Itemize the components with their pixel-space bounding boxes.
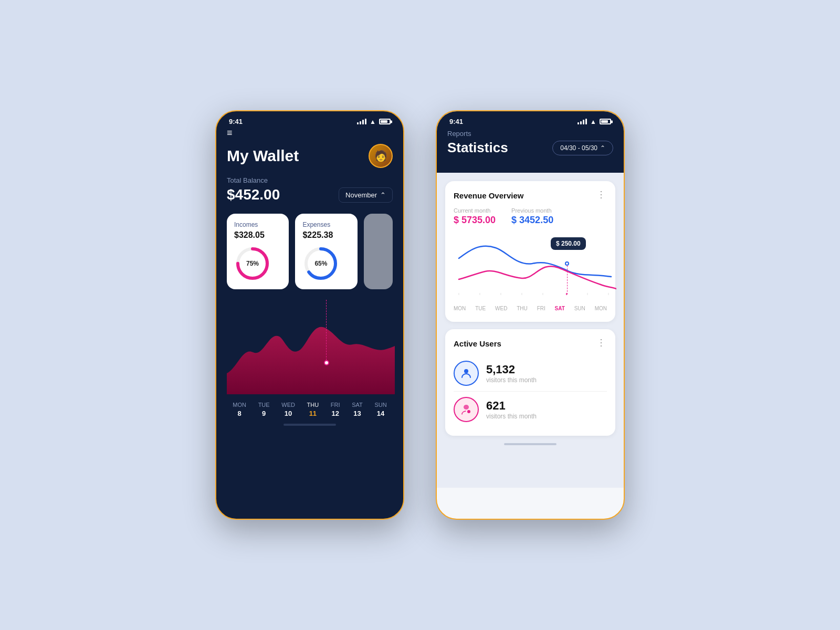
current-month-amount: $ 5735.00 — [454, 215, 496, 226]
date-range-label: 04/30 - 05/30 — [560, 144, 597, 152]
active-users-header: Active Users ⋯ — [454, 338, 607, 349]
previous-month-label: Previous month — [511, 207, 553, 214]
third-card-hint — [364, 214, 393, 289]
chart-dot — [324, 360, 329, 365]
battery-icon — [379, 119, 391, 124]
status-icons-1: ▲ — [357, 118, 391, 125]
incomes-amount: $328.05 — [234, 230, 281, 240]
chevron-icon: ⌃ — [380, 191, 386, 199]
svg-point-12 — [464, 369, 468, 373]
reports-label: Reports — [437, 128, 624, 138]
month-selector[interactable]: November ⌃ — [339, 187, 393, 203]
revenue-amounts: Current month $ 5735.00 Previous month $… — [454, 207, 607, 226]
wallet-title: My Wallet — [227, 147, 299, 165]
day-tue: TUE 9 — [258, 402, 270, 417]
expenses-amount: $225.38 — [302, 230, 350, 240]
axis-thu: THU — [517, 306, 528, 311]
user-row-1: 5,132 visitors this month — [454, 355, 607, 392]
avatar[interactable]: 🧑 — [369, 144, 393, 168]
axis-mon2: MON — [595, 306, 607, 311]
more-options-icon-2[interactable]: ⋯ — [596, 338, 607, 349]
more-options-icon[interactable]: ⋯ — [596, 190, 607, 201]
day-thu-active: THU 11 — [307, 402, 319, 417]
axis-sat: SAT — [555, 306, 565, 311]
incomes-percent: 75% — [246, 260, 259, 267]
revenue-title: Revenue Overview — [454, 191, 523, 200]
area-chart-svg — [227, 300, 395, 394]
wifi-icon: ▲ — [370, 118, 376, 125]
incomes-card: Incomes $328.05 75% — [227, 214, 289, 289]
area-chart: MON 8 TUE 9 WED 10 THU 11 — [227, 300, 393, 419]
days-row: MON 8 TUE 9 WED 10 THU 11 — [227, 396, 393, 419]
active-users-card: Active Users ⋯ 5,132 visitors this month — [445, 329, 615, 436]
expenses-card: Expenses $225.38 65% — [295, 214, 357, 289]
balance-section: Total Balance $452.00 November ⌃ — [227, 176, 393, 203]
previous-month-col: Previous month $ 3452.50 — [511, 207, 553, 226]
status-bar-1: 9:41 ▲ — [216, 111, 403, 128]
day-sun: SUN 14 — [374, 402, 386, 417]
date-range-selector[interactable]: 04/30 - 05/30 ⌃ — [552, 141, 613, 155]
day-mon: MON 8 — [233, 402, 246, 417]
axis-tue: TUE — [475, 306, 486, 311]
revenue-card: Revenue Overview ⋯ Current month $ 5735.… — [445, 181, 615, 322]
balance-amount: $452.00 — [227, 186, 280, 203]
incomes-label: Incomes — [234, 221, 281, 228]
user-icon-red — [454, 397, 479, 422]
axis-fri: FRI — [537, 306, 545, 311]
month-label: November — [345, 191, 377, 199]
user-row-2: 621 visitors this month — [454, 392, 607, 427]
phone2-body: Revenue Overview ⋯ Current month $ 5735.… — [437, 173, 624, 488]
active-users-title: Active Users — [454, 339, 501, 348]
previous-month-amount: $ 3452.50 — [511, 215, 553, 226]
day-sat: SAT 13 — [352, 402, 363, 417]
signal-icon-2 — [578, 119, 587, 124]
hamburger-menu[interactable]: ≡ — [227, 128, 393, 139]
days-axis: MON TUE WED THU FRI SAT SUN MON — [454, 303, 607, 313]
stats-header: Statistics 04/30 - 05/30 ⌃ — [437, 138, 624, 164]
expenses-label: Expenses — [302, 221, 350, 228]
user1-label: visitors this month — [486, 376, 537, 384]
day-fri: FRI 12 — [331, 402, 340, 417]
chart-dashed-line — [326, 300, 327, 360]
tooltip-dashed-line — [567, 266, 568, 295]
line-chart: $ 250.00 — [454, 232, 607, 300]
user1-count: 5,132 — [486, 363, 537, 376]
scroll-indicator-2 — [504, 443, 556, 445]
cards-row: Incomes $328.05 75% Expenses $225.38 — [227, 214, 393, 289]
phone1-wallet: 9:41 ▲ ≡ My Wallet 🧑 — [215, 110, 404, 520]
status-icons-2: ▲ — [578, 118, 611, 125]
user2-label: visitors this month — [486, 413, 537, 420]
chart-tooltip: $ 250.00 — [551, 237, 586, 250]
stats-title: Statistics — [447, 140, 508, 156]
phone2-statistics: 9:41 ▲ Reports Statistics 04/30 — [436, 110, 625, 520]
svg-point-13 — [467, 410, 470, 413]
current-month-col: Current month $ 5735.00 — [454, 207, 496, 226]
scroll-indicator — [284, 424, 336, 426]
time-2: 9:41 — [449, 118, 463, 125]
incomes-donut: 75% — [234, 245, 271, 282]
day-wed: WED 10 — [281, 402, 295, 417]
expenses-donut: 65% — [302, 245, 339, 282]
wallet-header: My Wallet 🧑 — [227, 144, 393, 168]
time-1: 9:41 — [229, 118, 243, 125]
tooltip-dot — [565, 261, 569, 266]
signal-icon — [357, 119, 366, 124]
revenue-card-header: Revenue Overview ⋯ — [454, 190, 607, 201]
axis-mon1: MON — [454, 306, 466, 311]
user-stats-2: 621 visitors this month — [486, 399, 537, 420]
user-stats-1: 5,132 visitors this month — [486, 363, 537, 384]
status-bar-2: 9:41 ▲ — [437, 111, 624, 128]
user-icon-blue — [454, 361, 479, 386]
wifi-icon-2: ▲ — [590, 118, 596, 125]
current-month-label: Current month — [454, 207, 496, 214]
axis-wed: WED — [495, 306, 507, 311]
user2-count: 621 — [486, 399, 537, 413]
axis-sun: SUN — [574, 306, 585, 311]
expenses-percent: 65% — [314, 260, 327, 267]
battery-icon-2 — [600, 119, 611, 124]
balance-label: Total Balance — [227, 176, 393, 184]
chevron-down-icon: ⌃ — [600, 144, 605, 152]
phones-container: 9:41 ▲ ≡ My Wallet 🧑 — [215, 110, 625, 520]
line-chart-svg — [454, 232, 616, 300]
